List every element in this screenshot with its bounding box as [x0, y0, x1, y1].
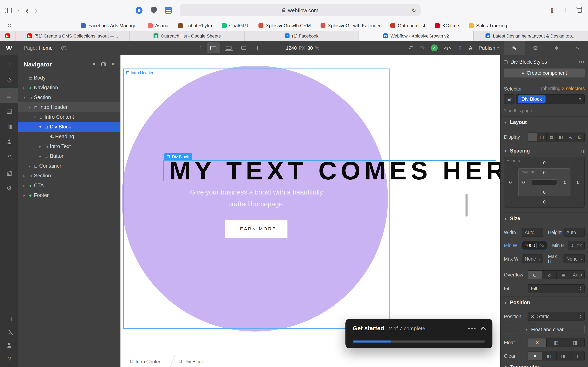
more-options-icon[interactable]: •••	[579, 59, 585, 65]
tree-caret-icon[interactable]: ▸	[22, 184, 27, 187]
address-bar[interactable]: webflow.com ↻	[180, 4, 421, 16]
selector-class-chip[interactable]: Div Block	[518, 95, 545, 103]
navigator-item-navigation[interactable]: ▸◆Navigation	[18, 83, 120, 92]
audit-icon[interactable]: A	[469, 45, 472, 51]
navigator-item-intro-text[interactable]: ▸□Intro Text	[18, 142, 120, 151]
share-site-icon[interactable]: ⇧	[458, 45, 462, 51]
close-icon[interactable]: ✕	[111, 61, 115, 67]
margin-bottom-value[interactable]: 0	[543, 200, 545, 204]
position-select[interactable]: ✕ Static ▲▼	[527, 312, 585, 321]
pages-button[interactable]: ▤	[0, 103, 18, 119]
clear-both-icon[interactable]: ◫	[571, 352, 585, 360]
clear-left-icon[interactable]: ◧	[542, 352, 557, 360]
dock-panel-icon[interactable]	[101, 62, 106, 66]
navigator-item-intro-content[interactable]: ▾□Intro Content	[18, 112, 120, 122]
margin-right-value[interactable]: 0	[577, 180, 579, 185]
sidebar-toggle-icon[interactable]	[5, 8, 12, 13]
spacing-section-header[interactable]: ▼ Spacing ◨	[504, 148, 585, 154]
min-width-input[interactable]: 1000 PX	[522, 241, 547, 250]
display-block-icon[interactable]: ▭	[528, 133, 537, 141]
overflow-visible-icon[interactable]: ⊙	[528, 271, 542, 279]
navigator-item-container[interactable]: ▸□Container	[18, 161, 120, 171]
browser-tab[interactable]: WWebflow - XplosiveGrowth v2	[359, 31, 474, 41]
shield-extension-icon[interactable]	[151, 7, 157, 14]
extension-icon[interactable]	[136, 7, 143, 14]
tree-caret-icon[interactable]: ▾	[32, 115, 38, 119]
tree-caret-icon[interactable]: ▾	[27, 105, 32, 109]
min-height-input[interactable]: 0 PX	[568, 241, 585, 250]
collapse-chevron-icon[interactable]	[481, 326, 486, 332]
bookmark-xplosivegrowth-crm[interactable]: XplosiveGrowth CRM	[259, 23, 311, 28]
code-export-icon[interactable]: </>	[444, 45, 452, 50]
padding-bottom-value[interactable]: 0	[543, 190, 545, 194]
ecommerce-button[interactable]	[0, 150, 18, 165]
bookmark-kc-time[interactable]: KC time	[435, 23, 459, 28]
float-right-icon[interactable]: ◨	[566, 338, 584, 347]
navigator-item-footer[interactable]: ▸◆Footer	[18, 191, 120, 200]
breakpoint-tablet-button[interactable]	[237, 42, 250, 53]
bookmark-chatgpt[interactable]: ChatGPT	[222, 23, 249, 28]
tree-caret-icon[interactable]: ▸	[22, 193, 27, 197]
navigator-item-body[interactable]: ▤Body	[18, 73, 120, 83]
margin-left-value[interactable]: 0	[509, 180, 512, 185]
tree-caret-icon[interactable]: ▾	[22, 96, 27, 99]
chevron-down-icon[interactable]: ▾	[18, 8, 20, 12]
forward-button[interactable]: ›	[35, 6, 38, 15]
breakpoint-phone-button[interactable]	[252, 42, 265, 53]
create-component-button[interactable]: ◆ Create component	[504, 68, 585, 77]
overflow-scroll-icon[interactable]: ≣	[556, 271, 571, 279]
zoom-value[interactable]: 80	[307, 45, 313, 51]
learn-more-button[interactable]: LEARN MORE	[225, 220, 287, 238]
tree-caret-icon[interactable]: ▸	[38, 154, 43, 158]
float-clear-section-header[interactable]: ▼ Float and clear	[504, 325, 585, 334]
tree-caret-icon[interactable]: ▸	[38, 145, 43, 148]
search-button[interactable]	[0, 325, 18, 338]
display-inline-icon[interactable]: A	[566, 133, 575, 141]
navigator-item-section[interactable]: ▸□Section	[18, 171, 120, 181]
browser-tab[interactable]: ▶(51) Create a CMS Collections layout —.…	[16, 31, 130, 41]
spacing-settings-icon[interactable]: ◨	[581, 149, 585, 153]
stepper-icon[interactable]: ▲▼	[579, 287, 581, 291]
more-options-icon[interactable]: •••	[468, 325, 476, 332]
display-grid-icon[interactable]: ▦	[547, 133, 556, 141]
breadcrumb-item[interactable]: Div Block	[174, 356, 209, 367]
max-width-input[interactable]: None -	[522, 254, 543, 263]
assets-button[interactable]: ▧	[0, 165, 18, 181]
canvas-scrollbar[interactable]	[466, 194, 467, 217]
navigator-item-button[interactable]: ▸▭Button	[18, 151, 120, 161]
tree-caret-icon[interactable]: ▸	[22, 86, 27, 90]
style-manager-tab[interactable]: ❖	[546, 41, 567, 55]
spacing-control[interactable]: MARGIN 0 0 0 0 PADDING 0 0 0 0	[504, 157, 585, 208]
add-elements-button[interactable]: +	[0, 57, 18, 72]
overflow-auto-button[interactable]: Auto	[571, 271, 585, 279]
max-height-input[interactable]: None -	[563, 254, 585, 263]
width-input[interactable]: Auto -	[522, 228, 543, 237]
navigator-item-intro-header[interactable]: ▾□Intro Header	[18, 102, 120, 112]
browser-tab[interactable]: ▦Outreach lijst - Google Sheets	[130, 31, 245, 41]
grid-icon[interactable]	[7, 23, 12, 28]
padding-right-value[interactable]: 0	[564, 180, 566, 185]
tab-overview-icon[interactable]	[577, 8, 582, 12]
navigator-item-cta[interactable]: ▸◆CTA	[18, 181, 120, 191]
display-none-icon[interactable]: ∅	[575, 133, 584, 141]
preview-eye-icon[interactable]	[61, 46, 67, 50]
back-button[interactable]: ‹	[26, 6, 29, 15]
min-width-unit[interactable]: PX	[539, 243, 544, 248]
width-unit[interactable]: -	[539, 230, 540, 235]
bookmark-facebook-ads-manager[interactable]: Facebook Ads Manager	[81, 23, 138, 28]
page-name[interactable]: Home	[39, 45, 53, 51]
position-section-header[interactable]: ▼ Position	[504, 300, 585, 305]
display-flex-icon[interactable]: ◫	[537, 133, 547, 141]
extension-lines-icon[interactable]	[165, 7, 172, 14]
bookmark-asana[interactable]: Asana	[148, 23, 168, 28]
margin-top-value[interactable]: 0	[543, 160, 545, 165]
selected-heading-element[interactable]: MY TEXT COMES HER	[163, 160, 496, 181]
breakpoint-laptop-button[interactable]	[222, 42, 235, 53]
max-width-unit[interactable]: -	[539, 257, 540, 261]
share-icon[interactable]: ⇧	[549, 6, 555, 14]
navigator-item-heading[interactable]: H1Heading	[18, 132, 120, 142]
navigator-item-div-block[interactable]: ▾□Div Block	[18, 122, 120, 132]
navigator-button[interactable]: ≣	[0, 88, 18, 103]
float-none-icon[interactable]: ✕	[528, 338, 547, 347]
bookmark-tribal-rhytm[interactable]: Tribal Rhytm	[178, 23, 212, 28]
